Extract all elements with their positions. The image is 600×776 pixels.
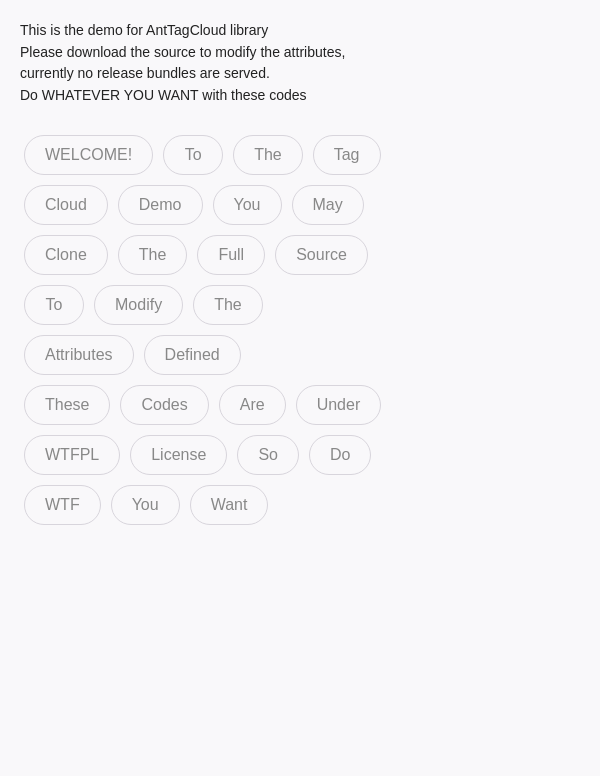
tag-row-7: WTFYouWant	[24, 485, 576, 525]
tag-row-5: TheseCodesAreUnder	[24, 385, 576, 425]
tag-7-0[interactable]: WTF	[24, 485, 101, 525]
tag-cloud: WELCOME!ToTheTagCloudDemoYouMayCloneTheF…	[20, 135, 580, 525]
tag-3-1[interactable]: Modify	[94, 285, 183, 325]
tag-6-1[interactable]: License	[130, 435, 227, 475]
tag-5-3[interactable]: Under	[296, 385, 382, 425]
tag-5-0[interactable]: These	[24, 385, 110, 425]
tag-4-1[interactable]: Defined	[144, 335, 241, 375]
tag-row-4: AttributesDefined	[24, 335, 576, 375]
tag-2-0[interactable]: Clone	[24, 235, 108, 275]
tag-6-3[interactable]: Do	[309, 435, 371, 475]
tag-0-0[interactable]: WELCOME!	[24, 135, 153, 175]
tag-1-2[interactable]: You	[213, 185, 282, 225]
tag-1-3[interactable]: May	[292, 185, 364, 225]
description-text: This is the demo for AntTagCloud library…	[20, 20, 580, 107]
tag-0-1[interactable]: To	[163, 135, 223, 175]
tag-4-0[interactable]: Attributes	[24, 335, 134, 375]
tag-6-0[interactable]: WTFPL	[24, 435, 120, 475]
tag-row-1: CloudDemoYouMay	[24, 185, 576, 225]
tag-0-2[interactable]: The	[233, 135, 303, 175]
tag-1-1[interactable]: Demo	[118, 185, 203, 225]
tag-row-2: CloneTheFullSource	[24, 235, 576, 275]
tag-3-2[interactable]: The	[193, 285, 263, 325]
tag-row-6: WTFPLLicenseSoDo	[24, 435, 576, 475]
tag-row-3: ToModifyThe	[24, 285, 576, 325]
tag-2-2[interactable]: Full	[197, 235, 265, 275]
tag-2-1[interactable]: The	[118, 235, 188, 275]
tag-2-3[interactable]: Source	[275, 235, 368, 275]
tag-7-1[interactable]: You	[111, 485, 180, 525]
tag-1-0[interactable]: Cloud	[24, 185, 108, 225]
tag-6-2[interactable]: So	[237, 435, 299, 475]
tag-7-2[interactable]: Want	[190, 485, 269, 525]
tag-5-1[interactable]: Codes	[120, 385, 208, 425]
tag-3-0[interactable]: To	[24, 285, 84, 325]
tag-row-0: WELCOME!ToTheTag	[24, 135, 576, 175]
tag-5-2[interactable]: Are	[219, 385, 286, 425]
tag-0-3[interactable]: Tag	[313, 135, 381, 175]
